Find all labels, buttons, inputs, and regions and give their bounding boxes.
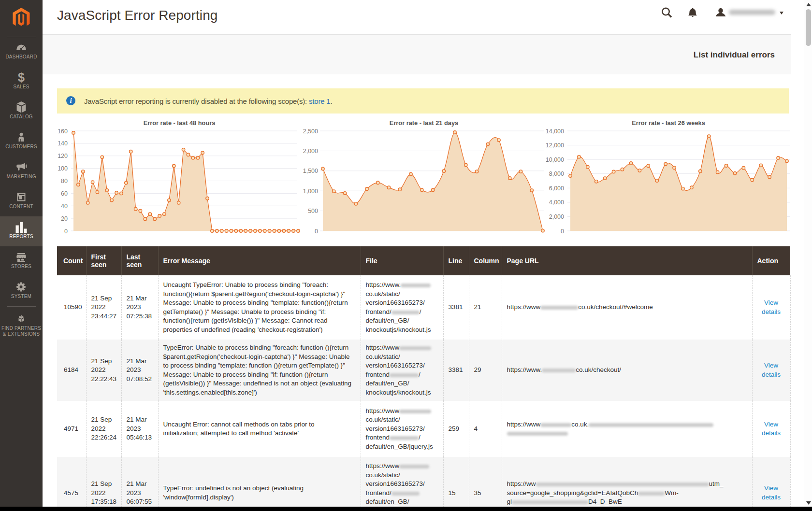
svg-text:2,000: 2,000 — [549, 213, 564, 220]
svg-text:Error rate - last 21 days: Error rate - last 21 days — [390, 119, 458, 127]
svg-text:1,500: 1,500 — [303, 168, 318, 174]
svg-text:60: 60 — [61, 190, 68, 197]
svg-text:$: $ — [18, 71, 25, 83]
svg-text:2,000: 2,000 — [303, 148, 318, 155]
svg-text:140: 140 — [58, 140, 68, 147]
svg-text:40: 40 — [61, 203, 68, 210]
svg-text:20: 20 — [61, 215, 68, 222]
svg-text:Error rate - last 48 hours: Error rate - last 48 hours — [144, 119, 216, 127]
svg-text:8,000: 8,000 — [549, 170, 564, 177]
svg-text:6,000: 6,000 — [549, 185, 564, 192]
svg-text:120: 120 — [58, 153, 68, 159]
svg-text:4,000: 4,000 — [549, 199, 564, 206]
svg-text:160: 160 — [58, 128, 68, 135]
svg-text:80: 80 — [61, 178, 68, 185]
svg-text:10,000: 10,000 — [546, 156, 564, 163]
svg-text:500: 500 — [308, 208, 318, 214]
svg-text:0: 0 — [561, 228, 564, 235]
svg-text:14,000: 14,000 — [546, 128, 564, 135]
svg-text:1,000: 1,000 — [303, 188, 318, 195]
svg-text:2,500: 2,500 — [303, 128, 318, 135]
svg-text:0: 0 — [315, 228, 318, 235]
svg-text:0: 0 — [64, 228, 68, 235]
svg-text:Error rate - last 26 weeks: Error rate - last 26 weeks — [632, 119, 705, 127]
svg-text:12,000: 12,000 — [546, 142, 564, 149]
svg-text:100: 100 — [58, 165, 68, 172]
